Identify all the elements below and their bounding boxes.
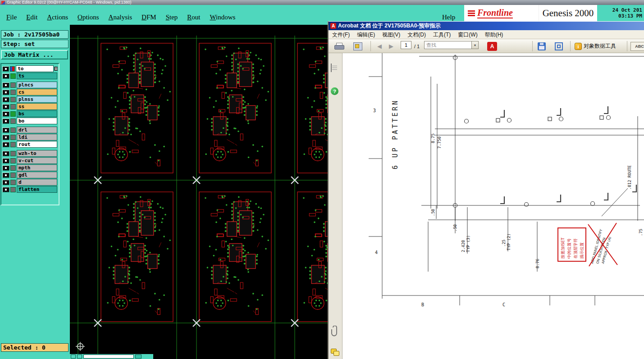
acrobat-menu-v[interactable]: 视图(V) (379, 30, 404, 39)
genesis-menu-edit[interactable]: Edit (26, 14, 37, 21)
layer-visibility-toggle[interactable] (2, 173, 9, 178)
layer-color-chip[interactable] (10, 135, 16, 140)
layer-name-ts[interactable]: ts (17, 73, 57, 79)
job-matrix-button[interactable]: Job Matrix ... (1, 50, 68, 59)
pdf-page[interactable]: 6 UP PATTERN 3 4 B C 8.75 7.750 .50 .50 … (343, 53, 644, 359)
genesis-canvas[interactable] (70, 25, 328, 359)
genesis-menu-step[interactable]: Step (166, 14, 178, 21)
save-button[interactable] (538, 41, 546, 51)
genesis-menu-dfm[interactable]: DFM (142, 14, 156, 21)
layer-visibility-toggle[interactable] (2, 187, 9, 192)
layer-color-chip[interactable] (10, 158, 16, 164)
layer-color-chip[interactable] (10, 151, 16, 156)
layer-name-v-cut[interactable]: v-cut (17, 157, 57, 164)
layer-visibility-toggle[interactable] (2, 97, 9, 102)
acrobat-tools-button[interactable]: A (487, 41, 497, 51)
layer-visibility-toggle[interactable] (2, 111, 9, 117)
layer-visibility-toggle[interactable] (2, 180, 9, 185)
genesis-menu-analysis[interactable]: Analysis (109, 14, 132, 21)
layer-name-plncs[interactable]: plncs (17, 82, 57, 88)
layer-color-chip[interactable] (10, 142, 16, 147)
status-button[interactable] (135, 354, 142, 359)
fullscreen-button[interactable] (555, 41, 563, 51)
layer-visibility-toggle[interactable] (2, 73, 9, 79)
object-data-tool-button[interactable]: i 对象数据工具 (575, 41, 616, 51)
acrobat-title-bar[interactable]: A Acrobat 文档 位于 2V17505BA0-预审指示 (329, 22, 644, 30)
status-toggle-a[interactable] (71, 354, 76, 359)
layer-visibility-toggle[interactable] (2, 151, 9, 156)
layer-color-chip[interactable] (10, 173, 16, 178)
layer-color-chip[interactable] (10, 180, 16, 185)
layer-visibility-toggle[interactable] (2, 104, 9, 109)
layer-name-cs[interactable]: cs (17, 89, 57, 95)
layer-color-chip[interactable] (10, 118, 16, 124)
genesis-menu-windows[interactable]: Windows (210, 14, 235, 21)
layer-visibility-toggle[interactable] (2, 135, 9, 140)
layer-visibility-toggle[interactable] (2, 90, 9, 95)
layer-color-chip[interactable] (10, 82, 16, 88)
layer-color-chip[interactable] (10, 97, 16, 102)
layer-color-chip[interactable] (10, 187, 16, 192)
pages-panel-button[interactable] (331, 64, 332, 72)
layer-visibility-toggle[interactable] (2, 127, 9, 133)
genesis-menu-options[interactable]: Options (78, 14, 99, 21)
acrobat-menu-w[interactable]: 窗口(W) (454, 30, 481, 39)
layer-name-ss[interactable]: ss (17, 103, 57, 110)
layer-color-chip[interactable] (10, 111, 16, 117)
layer-name-wzh-to[interactable]: wzh-to (17, 150, 57, 157)
genesis-menu-rout[interactable]: Rout (187, 14, 200, 21)
layer-visibility-toggle[interactable] (2, 66, 9, 72)
acrobat-menu-t[interactable]: 工具(T) (429, 30, 454, 39)
layer-color-chip[interactable] (10, 127, 16, 133)
layer-row-ts: ts (2, 73, 58, 79)
layer-name-bs[interactable]: bs (17, 110, 57, 117)
acrobat-menu-d[interactable]: 文档(D) (404, 30, 429, 39)
layer-name-to[interactable]: to (16, 65, 53, 72)
fullscreen-icon (555, 42, 563, 50)
layer-name-bo[interactable]: bo (17, 118, 57, 124)
matrix-mini-icon[interactable] (54, 67, 58, 71)
previous-page-button[interactable]: ◀ (375, 41, 384, 51)
layer-visibility-toggle[interactable] (2, 158, 9, 164)
acrobat-menu-h[interactable]: 帮助(H) (481, 30, 507, 39)
attachments-panel-button[interactable] (331, 326, 339, 338)
layer-name-plnss[interactable]: plnss (17, 96, 57, 103)
acrobat-menu-e[interactable]: 编辑(E) (353, 30, 379, 39)
layer-name-flatten[interactable]: flatten (17, 186, 57, 193)
layer-visibility-toggle[interactable] (2, 142, 9, 147)
layer-color-chip[interactable] (10, 90, 16, 95)
dim-label: 7.750 (437, 136, 442, 149)
layer-name-gdl[interactable]: gdl (17, 172, 57, 178)
find-dropdown-button[interactable]: ▼ (472, 41, 479, 49)
layer-visibility-toggle[interactable] (2, 118, 9, 124)
layer-color-chip[interactable] (10, 73, 16, 79)
layer-visibility-toggle[interactable] (2, 165, 9, 171)
help-button[interactable]: ? (331, 87, 338, 95)
layer-color-chip[interactable] (10, 104, 16, 109)
acrobat-menu-f[interactable]: 文件(F) (329, 30, 353, 39)
layer-color-chip[interactable] (10, 165, 16, 171)
page-total-label: / 1 (414, 41, 420, 51)
layer-name-ldi[interactable]: ldi (17, 134, 57, 141)
layer-color-chip[interactable] (10, 66, 15, 72)
print-button[interactable] (334, 41, 345, 51)
genesis-menu-actions[interactable]: Actions (47, 14, 68, 21)
spellcheck-button[interactable]: ABC (630, 41, 644, 51)
next-page-button[interactable]: ▶ (386, 41, 396, 51)
svg-text:在顶层字符: 在顶层字符 (573, 238, 578, 259)
layer-visibility-toggle[interactable] (2, 82, 9, 88)
genesis-menu-file[interactable]: File (6, 14, 17, 21)
pages-icon (331, 64, 332, 72)
genesis-clock: 24 Oct 201 03:13 PM (597, 5, 644, 21)
layer-name-rout[interactable]: rout (17, 141, 57, 148)
status-toggle-b[interactable] (77, 354, 82, 359)
find-input[interactable] (424, 41, 472, 49)
layer-name-mpth[interactable]: mpth (17, 164, 57, 171)
status-input[interactable] (83, 354, 134, 359)
genesis-title-bar[interactable]: Graphic Editor 9.02c2 (00@HY-HYCAM-PC048… (0, 0, 644, 5)
layer-name-d[interactable]: d (17, 179, 57, 186)
layer-name-drl[interactable]: drl (17, 127, 57, 133)
page-number-input[interactable] (401, 41, 411, 49)
export-button[interactable] (353, 41, 362, 51)
dim-label: 8.75 (431, 133, 435, 143)
